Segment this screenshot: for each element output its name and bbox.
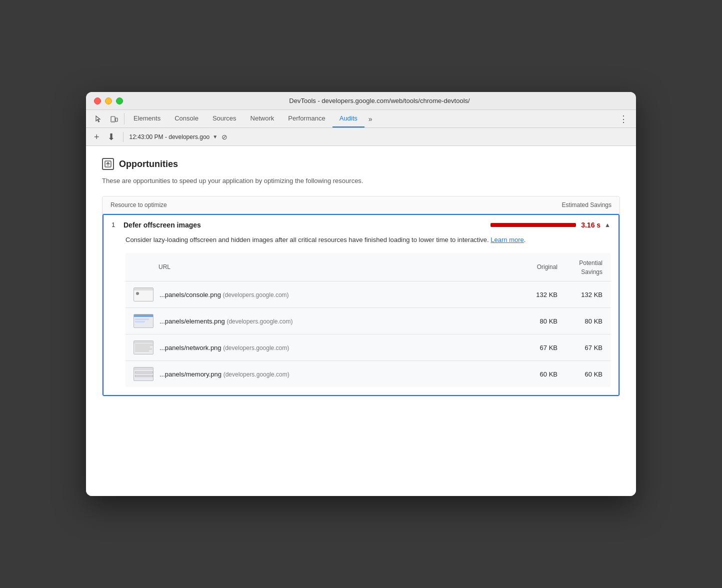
- url-display: 12:43:00 PM - developers.goo ▼: [130, 134, 218, 140]
- section-header: Opportunities: [102, 158, 620, 170]
- sub-table-row: ...panels/memory.png (developers.google.…: [126, 361, 610, 387]
- sub-table-row: ...panels/network.png (developers.google…: [126, 334, 610, 361]
- secondary-toolbar: + ⬇ 12:43:00 PM - developers.goo ▼ ⊘: [86, 128, 636, 146]
- learn-more-link[interactable]: Learn more: [490, 236, 524, 244]
- thumbnail-memory: [134, 367, 154, 381]
- devtools-tabs: Elements Console Sources Network Perform…: [86, 110, 636, 128]
- url-path: ...panels/elements.png: [160, 318, 225, 325]
- url-domain: (developers.google.com): [224, 371, 290, 378]
- section-title: Opportunities: [119, 159, 178, 170]
- sub-savings: 132 KB: [558, 291, 602, 298]
- sub-table-row: ...panels/console.png (developers.google…: [126, 282, 610, 308]
- row-time: 3.16 s: [581, 221, 600, 229]
- sub-original: 80 KB: [512, 318, 558, 325]
- tab-sources[interactable]: Sources: [206, 110, 244, 128]
- row-expanded: Consider lazy-loading offscreen and hidd…: [104, 235, 618, 396]
- device-icon: [110, 115, 118, 123]
- toolbar-divider: [124, 113, 124, 124]
- sub-url: ...panels/elements.png (developers.googl…: [154, 318, 512, 325]
- sub-col-original-header: Original: [512, 264, 558, 270]
- tab-network[interactable]: Network: [244, 110, 282, 128]
- row-main-1[interactable]: 1 Defer offscreen images 3.16 s ▲: [104, 215, 618, 235]
- sub-col-url-header: URL: [158, 264, 512, 270]
- svg-rect-1: [116, 118, 118, 122]
- window-controls: [94, 98, 123, 104]
- main-content: Opportunities These are opportunities to…: [86, 146, 636, 496]
- sub-col-savings-header: PotentialSavings: [558, 258, 602, 276]
- window-title: DevTools - developers.google.com/web/too…: [131, 97, 628, 104]
- sub-savings: 60 KB: [558, 370, 602, 378]
- thumbnail-elements: [134, 314, 154, 328]
- url-domain: (developers.google.com): [223, 292, 289, 298]
- sub-original: 60 KB: [512, 370, 558, 378]
- url-domain: (developers.google.com): [223, 344, 289, 352]
- title-bar: DevTools - developers.google.com/web/too…: [86, 92, 636, 110]
- sub-url: ...panels/network.png (developers.google…: [154, 344, 512, 352]
- sub-table-row: ...panels/elements.png (developers.googl…: [126, 308, 610, 334]
- table-header: Resource to optimize Estimated Savings: [102, 196, 620, 214]
- url-text: 12:43:00 PM - developers.goo: [130, 134, 210, 140]
- thumbnail-console: [134, 288, 154, 302]
- svg-point-2: [112, 120, 114, 122]
- sub-table: URL Original PotentialSavings ...panels/…: [126, 253, 610, 387]
- sub-savings: 80 KB: [558, 318, 602, 325]
- download-button[interactable]: ⬇: [106, 132, 117, 142]
- export-icon: [104, 160, 112, 168]
- opportunities-table: Resource to optimize Estimated Savings 1…: [102, 196, 620, 397]
- opportunity-row-1: 1 Defer offscreen images 3.16 s ▲ Consid…: [102, 214, 620, 396]
- col-resource-header: Resource to optimize: [110, 202, 512, 208]
- settings-button[interactable]: ⋮: [615, 110, 632, 128]
- row-number: 1: [112, 221, 124, 228]
- sub-original: 132 KB: [512, 291, 558, 298]
- tab-elements[interactable]: Elements: [126, 110, 168, 128]
- chevron-up-icon[interactable]: ▲: [604, 222, 610, 228]
- cursor-icon: [94, 115, 102, 123]
- devtools-window: DevTools - developers.google.com/web/too…: [86, 92, 636, 496]
- row-bar-container: 3.16 s: [490, 221, 600, 229]
- url-path: ...panels/memory.png: [160, 370, 222, 378]
- url-path: ...panels/console.png: [160, 291, 221, 298]
- sub-url: ...panels/console.png (developers.google…: [154, 291, 512, 298]
- savings-bar: [490, 223, 576, 227]
- opportunities-icon: [102, 158, 114, 170]
- minimize-button[interactable]: [105, 98, 112, 104]
- row-description: Consider lazy-loading offscreen and hidd…: [126, 235, 610, 246]
- url-path: ...panels/network.png: [160, 344, 222, 352]
- more-tabs-button[interactable]: »: [364, 110, 376, 128]
- tab-performance[interactable]: Performance: [281, 110, 332, 128]
- row-label: Defer offscreen images: [124, 221, 490, 229]
- thumbnail-network: [134, 340, 154, 354]
- sub-original: 67 KB: [512, 344, 558, 352]
- close-button[interactable]: [94, 98, 101, 104]
- tab-audits[interactable]: Audits: [332, 110, 364, 128]
- sub-savings: 67 KB: [558, 344, 602, 352]
- sub-table-header: URL Original PotentialSavings: [126, 253, 610, 282]
- maximize-button[interactable]: [116, 98, 123, 104]
- toolbar-divider-2: [123, 132, 124, 142]
- section-description: These are opportunities to speed up your…: [102, 176, 620, 186]
- device-toolbar-button[interactable]: [106, 110, 122, 128]
- sub-url: ...panels/memory.png (developers.google.…: [154, 370, 512, 378]
- tab-console[interactable]: Console: [168, 110, 206, 128]
- col-savings-header: Estimated Savings: [512, 202, 612, 208]
- three-dots-icon: ⋮: [619, 114, 628, 124]
- inspect-icon-button[interactable]: [90, 110, 106, 128]
- chevron-down-icon[interactable]: ▼: [212, 134, 218, 140]
- no-entry-icon[interactable]: ⊘: [222, 133, 228, 141]
- sub-rows-container: ...panels/console.png (developers.google…: [126, 282, 610, 387]
- add-button[interactable]: +: [92, 132, 102, 142]
- url-domain: (developers.google.com): [226, 318, 292, 325]
